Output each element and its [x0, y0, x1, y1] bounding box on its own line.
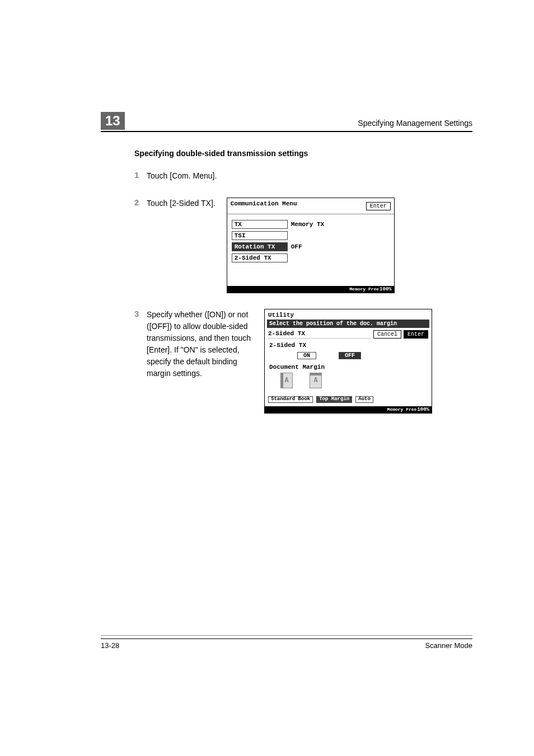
- cancel-button[interactable]: Cancel: [373, 330, 401, 339]
- ss-title: Communication Menu: [231, 200, 297, 208]
- tx-value: Memory TX: [291, 221, 324, 228]
- screenshot-utility: Utility Select the position of the doc. …: [264, 309, 432, 414]
- memory-label: Memory Free: [387, 407, 417, 412]
- step-number: 1: [134, 170, 147, 180]
- enter-button[interactable]: Enter: [366, 202, 391, 210]
- step-text: Touch [2-Sided TX].: [147, 198, 216, 209]
- page-footer: 13-28 Scanner Mode: [101, 638, 472, 650]
- two-sided-tx-field[interactable]: 2-Sided TX: [232, 253, 288, 262]
- running-title: Specifying Management Settings: [358, 119, 472, 130]
- step-text: Touch [Com. Menu].: [147, 170, 217, 182]
- two-sided-header: 2-Sided TX: [268, 330, 371, 339]
- page-number: 13-28: [101, 641, 119, 650]
- step-number: 3: [134, 309, 147, 379]
- step-2: 2 Touch [2-Sided TX]. Communication Menu…: [134, 198, 472, 293]
- doc-margin-label: Document Margin: [269, 364, 427, 370]
- step-1: 1 Touch [Com. Menu].: [134, 170, 472, 182]
- tsi-field[interactable]: TSI: [232, 231, 288, 240]
- off-toggle[interactable]: OFF: [339, 352, 361, 359]
- standard-book-option[interactable]: Standard Book: [268, 396, 313, 403]
- top-margin-option[interactable]: Top Margin: [316, 396, 352, 403]
- auto-option[interactable]: Auto: [355, 396, 373, 403]
- margin-left-icon[interactable]: A: [280, 373, 293, 388]
- step-3: 3 Specify whether ([ON]) or not ([OFF]) …: [134, 309, 472, 414]
- step-text: Specify whether ([ON]) or not ([OFF]) to…: [147, 309, 253, 379]
- memory-value: 100%: [380, 287, 392, 292]
- utility-title: Utility: [268, 312, 294, 318]
- margin-top-icon[interactable]: A: [310, 373, 322, 388]
- enter-button[interactable]: Enter: [404, 330, 428, 339]
- memory-label: Memory Free: [349, 287, 379, 292]
- prompt-bar: Select the position of the doc. margin: [267, 320, 429, 328]
- rotation-tx-field[interactable]: Rotation TX: [232, 242, 288, 251]
- chapter-header: 13 Specifying Management Settings: [101, 112, 472, 132]
- chapter-number: 13: [101, 112, 125, 130]
- step-number: 2: [134, 198, 147, 209]
- screenshot-comm-menu: Communication Menu Enter TXMemory TX TSI…: [227, 198, 395, 293]
- section-title: Specifying double-sided transmission set…: [134, 149, 472, 158]
- tx-field[interactable]: TX: [232, 220, 288, 229]
- on-toggle[interactable]: ON: [297, 352, 316, 359]
- memory-value: 100%: [417, 407, 429, 412]
- footer-rule: [101, 635, 472, 636]
- footer-mode: Scanner Mode: [425, 641, 472, 650]
- rotation-value: OFF: [291, 243, 302, 250]
- two-sided-label: 2-Sided TX: [269, 342, 427, 349]
